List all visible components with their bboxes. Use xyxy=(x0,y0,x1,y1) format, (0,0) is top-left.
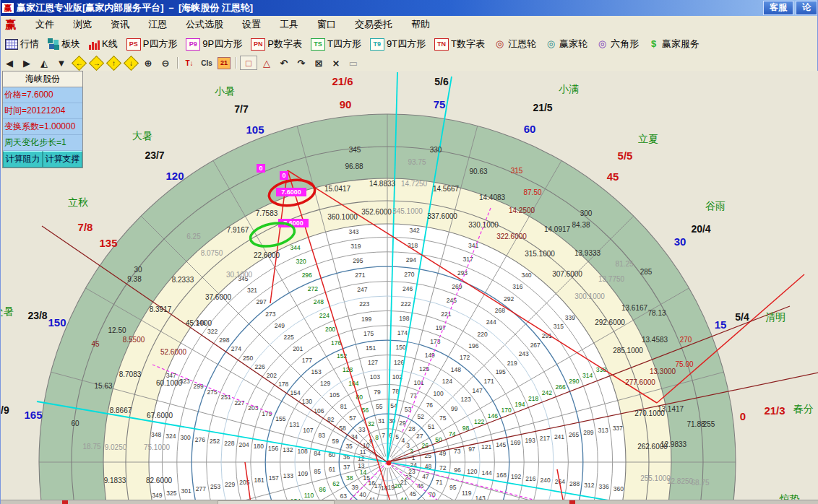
wheel-axis-label: 21/3 xyxy=(764,404,785,417)
forum-button[interactable]: 论 xyxy=(796,1,817,15)
menu-item-设置[interactable]: 设置 xyxy=(233,17,270,32)
menu-item-资讯[interactable]: 资讯 xyxy=(101,17,139,32)
collapse-button[interactable]: ⨯ xyxy=(328,56,344,69)
menu-item-浏览[interactable]: 浏览 xyxy=(64,17,101,32)
spiral-number: 314 xyxy=(582,372,593,379)
spiral-number: 179 xyxy=(262,410,272,417)
menu-item-公式选股[interactable]: 公式选股 xyxy=(176,17,233,32)
spiral-number: 298 xyxy=(219,336,229,344)
spiral-number: 38 xyxy=(346,474,353,482)
triangle-tool-button[interactable]: △ xyxy=(259,56,275,69)
spiral-number: 47 xyxy=(422,473,429,480)
toolbar-button-赢家轮[interactable]: ◎赢家轮 xyxy=(541,35,592,53)
toolbar-label: 赢家轮 xyxy=(559,38,587,51)
calc-resistance-button[interactable]: 计算阻力 xyxy=(3,151,43,168)
ring-value-label: 9.0250 xyxy=(105,443,127,451)
parameter-row: 周天变化步长=1 xyxy=(3,135,82,151)
toolbar-button-P数字表[interactable]: PNP数字表 xyxy=(246,35,306,53)
shift-up-button[interactable]: ↑ xyxy=(106,56,121,69)
window-title: 赢家江恩专业版[赢家内部服务平台] － [海峡股份 江恩轮] xyxy=(17,1,253,14)
step-right-button[interactable]: ▶ xyxy=(19,56,35,69)
spiral-number: 45 xyxy=(410,490,417,498)
spiral-number: 292 xyxy=(504,295,514,303)
winner-wheel-icon: ◎ xyxy=(545,38,557,50)
spiral-number: 168 xyxy=(496,472,507,479)
wheel-axis-label: 23/7 xyxy=(145,149,164,161)
toolbar-button-江恩轮[interactable]: ◎江恩轮 xyxy=(489,35,541,53)
toolbar-label: P四方形 xyxy=(143,38,178,51)
calc-support-button[interactable]: 计算支撑 xyxy=(43,151,82,168)
ring-value-label: 6.25 xyxy=(186,233,201,240)
toolbar-button-赢家服务[interactable]: $赢家服务 xyxy=(643,35,704,53)
toolbar-button-9P四方形[interactable]: P99P四方形 xyxy=(181,35,246,53)
delete-box-button[interactable]: ⊠ xyxy=(311,56,327,69)
step-left-button[interactable]: ◀ xyxy=(1,56,17,69)
shift-right-button[interactable]: → xyxy=(88,56,104,69)
customer-service-button[interactable]: 客服 xyxy=(763,1,793,15)
gann-wheel-canvas[interactable]: 1234567891011121314151617181920212223242… xyxy=(1,71,818,500)
rotate-ccw-button[interactable]: ↶ xyxy=(276,56,292,69)
toolbar-button-T四方形[interactable]: TST四方形 xyxy=(306,35,366,53)
spiral-number: 248 xyxy=(314,298,324,305)
pointer-down-button[interactable]: ▼ xyxy=(53,56,69,69)
toolbar-button-P四方形[interactable]: PSP四方形 xyxy=(122,35,182,53)
rect-tool-button[interactable]: □ xyxy=(240,56,257,70)
ring-value-label: 8.2333 xyxy=(172,276,194,284)
bottom-scrollbar[interactable] xyxy=(1,500,818,504)
spiral-number: 244 xyxy=(486,318,496,326)
menu-item-帮助[interactable]: 帮助 xyxy=(402,17,439,32)
spiral-number: 224 xyxy=(319,312,330,319)
toolbar-button-板块[interactable]: 板块 xyxy=(43,35,85,53)
text-updown-button[interactable]: T↓ xyxy=(181,56,197,69)
kline-icon xyxy=(89,39,100,50)
title-bar[interactable]: 赢 赢家江恩专业版[赢家内部服务平台] － [海峡股份 江恩轮] 客服论 xyxy=(1,0,817,16)
shift-down-button[interactable]: ↓ xyxy=(123,56,139,69)
toolbar-button-T数字表[interactable]: TNT数字表 xyxy=(430,35,489,53)
spiral-number: 75 xyxy=(439,414,447,422)
menu-item-窗口[interactable]: 窗口 xyxy=(308,17,345,32)
spiral-number: 146 xyxy=(488,412,498,420)
ring-value-label: 12.50 xyxy=(108,326,126,334)
ring-value-label: 270.1000 xyxy=(634,409,665,417)
wheel-axis-label: 75 xyxy=(434,98,446,110)
spiral-number: 349 xyxy=(152,492,162,499)
screen-button[interactable]: ▭ xyxy=(345,56,361,69)
toolbar-label: 六角形 xyxy=(611,38,639,51)
spiral-number: 109 xyxy=(298,470,308,477)
spiral-number: 192 xyxy=(511,473,521,480)
spiral-number: 79 xyxy=(374,388,381,396)
spiral-number: 251 xyxy=(220,394,231,401)
cis-button[interactable]: CIs xyxy=(199,56,215,69)
scrollbar-thumb[interactable] xyxy=(218,500,335,504)
toolbar-button-9T四方形[interactable]: T99T四方形 xyxy=(366,35,430,53)
spiral-number: 252 xyxy=(210,438,220,445)
toolbar-button-行情[interactable]: 行情 xyxy=(1,35,43,53)
zoom-in-button[interactable]: ⊕ xyxy=(140,56,156,69)
gann-wheel: 1234567891011121314151617181920212223242… xyxy=(1,71,818,500)
menu-item-文件[interactable]: 文件 xyxy=(26,17,64,32)
zoom-out-button[interactable]: ⊖ xyxy=(158,56,173,69)
spiral-number: 325 xyxy=(166,490,176,497)
ring-value-label: 14.7250 xyxy=(401,180,428,188)
rotate-cw-button[interactable]: ↷ xyxy=(293,56,309,69)
spiral-number: 289 xyxy=(583,429,593,436)
toolbar-button-六角形[interactable]: ◎六角形 xyxy=(592,35,643,53)
stock-name: 海峡股份 xyxy=(3,71,82,87)
toolbar-button-K线[interactable]: K线 xyxy=(85,35,122,53)
pointer-up-button[interactable]: ◭ xyxy=(36,56,52,69)
spiral-number: 271 xyxy=(355,271,365,279)
shift-left-button[interactable]: ← xyxy=(71,56,87,69)
menu-item-工具[interactable]: 工具 xyxy=(270,17,308,32)
parameter-row: 价格=7.6000 xyxy=(3,87,82,103)
spiral-number: 31 xyxy=(378,417,385,425)
solar-term-label: 惊蛰 xyxy=(779,493,800,500)
wheel-axis-label: 7/8 xyxy=(78,221,93,233)
spiral-number: 249 xyxy=(275,322,285,329)
spiral-number: 5 xyxy=(395,433,399,440)
spiral-number: 71 xyxy=(436,479,443,486)
menu-item-江恩[interactable]: 江恩 xyxy=(139,17,176,32)
menu-item-交易委托[interactable]: 交易委托 xyxy=(345,17,402,32)
toolbar-label: 9T四方形 xyxy=(387,38,426,51)
spiral-number: 129 xyxy=(320,380,330,387)
calendar-icon[interactable]: 21 xyxy=(216,56,232,69)
